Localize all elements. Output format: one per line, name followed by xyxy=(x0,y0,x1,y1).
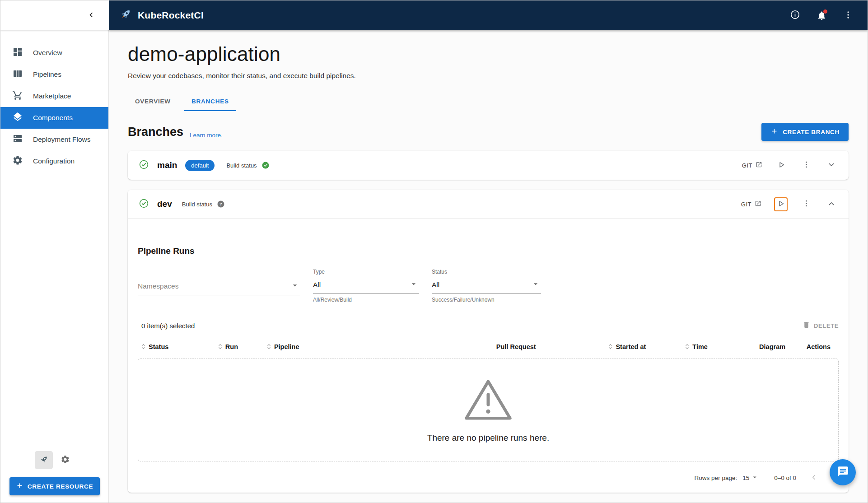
dropdown-caret-icon xyxy=(751,473,759,483)
sidebar-item-label: Components xyxy=(33,114,73,122)
status-filter: Status All Success/Failure/Unknown xyxy=(432,269,541,303)
layers-icon xyxy=(12,112,23,124)
empty-state: There are no pipeline runs here. xyxy=(138,359,839,461)
stack-icon xyxy=(12,133,23,146)
run-pipeline-button[interactable] xyxy=(774,197,788,211)
dashboard-icon xyxy=(12,47,23,59)
delete-label: DELETE xyxy=(814,322,839,329)
branch-row: main default Build status GIT xyxy=(128,151,849,180)
run-pipeline-button[interactable] xyxy=(775,158,788,172)
pagination: Rows per page: 15 0–0 of 0 xyxy=(138,471,839,486)
sidebar-item-pipelines[interactable]: Pipelines xyxy=(0,64,108,85)
rows-per-page-value: 15 xyxy=(742,475,749,481)
gear-icon xyxy=(12,155,23,168)
status-filter-value: All xyxy=(432,281,439,289)
column-header-pull-request: Pull Request xyxy=(425,343,607,350)
pipeline-runs-filters: Namespaces Type All xyxy=(138,269,839,303)
svg-text:?: ? xyxy=(219,202,222,206)
sort-icon[interactable] xyxy=(683,343,691,350)
type-select[interactable]: All xyxy=(313,277,419,294)
sidebar-item-overview[interactable]: Overview xyxy=(0,42,108,64)
column-header-run: Run xyxy=(216,343,265,350)
rows-per-page-select[interactable]: 15 xyxy=(742,473,759,483)
selected-count-text: 0 item(s) selected xyxy=(141,322,195,330)
sort-icon[interactable] xyxy=(216,343,224,350)
build-status-label: Build status xyxy=(182,201,212,208)
section-title: Branches xyxy=(128,125,183,139)
sidebar-item-label: Overview xyxy=(33,49,62,57)
sidebar: Overview Pipelines Marketplace Component… xyxy=(0,30,109,503)
status-select[interactable]: All xyxy=(432,277,541,294)
kebab-menu-icon xyxy=(802,160,811,170)
notifications-button[interactable] xyxy=(815,9,829,23)
tab-branches[interactable]: BRANCHES xyxy=(184,93,236,111)
empty-state-text: There are no pipeline runs here. xyxy=(427,433,549,443)
sort-icon[interactable] xyxy=(265,343,273,350)
branch-menu-button[interactable] xyxy=(800,158,812,172)
sidebar-item-configuration[interactable]: Configuration xyxy=(0,150,108,172)
app-menu-button[interactable] xyxy=(841,8,855,23)
sidebar-item-components[interactable]: Components xyxy=(0,107,108,129)
notification-dot xyxy=(823,9,827,14)
branch-card-main: main default Build status GIT xyxy=(128,151,849,180)
status-filter-helper: Success/Failure/Unknown xyxy=(432,297,541,303)
play-icon xyxy=(777,160,786,171)
info-button[interactable] xyxy=(788,8,802,23)
pipeline-runs-title: Pipeline Runs xyxy=(138,246,839,256)
create-resource-button[interactable]: CREATE RESOURCE xyxy=(9,477,100,495)
collapse-sidebar-button[interactable] xyxy=(84,8,98,23)
git-label: GIT xyxy=(742,162,752,169)
gear-icon xyxy=(61,455,70,466)
collapse-branch-button[interactable] xyxy=(825,197,838,211)
tabs: OVERVIEW BRANCHES xyxy=(128,93,849,111)
column-header-pipeline: Pipeline xyxy=(265,343,425,350)
git-link[interactable]: GIT xyxy=(742,161,762,169)
sidebar-item-marketplace[interactable]: Marketplace xyxy=(0,85,108,107)
column-header-status: Status xyxy=(140,343,216,350)
kebab-menu-icon xyxy=(843,10,853,21)
create-branch-button[interactable]: CREATE BRANCH xyxy=(761,123,849,141)
sort-icon[interactable] xyxy=(140,343,147,350)
rocket-view-button[interactable] xyxy=(35,451,53,469)
plus-icon xyxy=(16,482,23,491)
build-status-label: Build status xyxy=(226,162,257,169)
branch-row: dev Build status ? GIT xyxy=(128,190,849,219)
pipelines-icon xyxy=(12,68,23,81)
branch-name: dev xyxy=(157,199,172,209)
default-chip: default xyxy=(185,160,215,171)
feedback-chat-fab[interactable] xyxy=(830,459,856,485)
git-link[interactable]: GIT xyxy=(741,200,761,208)
rocket-icon xyxy=(39,455,49,466)
previous-page-button[interactable] xyxy=(808,471,820,484)
page-title: demo-application xyxy=(128,43,849,65)
chevron-left-icon xyxy=(810,473,818,483)
tab-overview[interactable]: OVERVIEW xyxy=(128,93,178,111)
external-link-icon xyxy=(756,161,762,169)
learn-more-link[interactable]: Learn more. xyxy=(190,132,223,141)
notifications-bell-icon xyxy=(817,10,827,21)
chevron-left-icon xyxy=(86,10,96,21)
branch-actions: GIT xyxy=(742,158,838,172)
sort-icon[interactable] xyxy=(607,343,614,350)
cluster-settings-button[interactable] xyxy=(56,451,75,469)
pipeline-runs-table-header: Status Run Pipeline xyxy=(138,343,839,350)
branch-menu-button[interactable] xyxy=(800,197,812,211)
sidebar-item-label: Deployment Flows xyxy=(33,135,91,144)
namespaces-select[interactable]: Namespaces xyxy=(138,279,300,295)
column-header-diagram: Diagram xyxy=(746,343,798,350)
column-header-started-at: Started at xyxy=(607,343,683,350)
type-filter-value: All xyxy=(313,281,321,289)
chat-icon xyxy=(837,466,849,479)
external-link-icon xyxy=(755,200,761,208)
main-content: demo-application Review your codebases, … xyxy=(109,30,868,503)
expand-branch-button[interactable] xyxy=(825,158,838,172)
app-bar: KubeRocketCI xyxy=(0,0,868,30)
dropdown-caret-icon xyxy=(290,281,299,292)
pagination-range: 0–0 of 0 xyxy=(774,475,796,481)
delete-button[interactable]: DELETE xyxy=(803,321,839,330)
sidebar-item-deployment-flows[interactable]: Deployment Flows xyxy=(0,129,108,150)
success-badge-icon xyxy=(261,161,270,169)
warning-triangle-icon xyxy=(463,377,513,424)
create-branch-label: CREATE BRANCH xyxy=(783,129,840,135)
cart-icon xyxy=(12,90,23,102)
